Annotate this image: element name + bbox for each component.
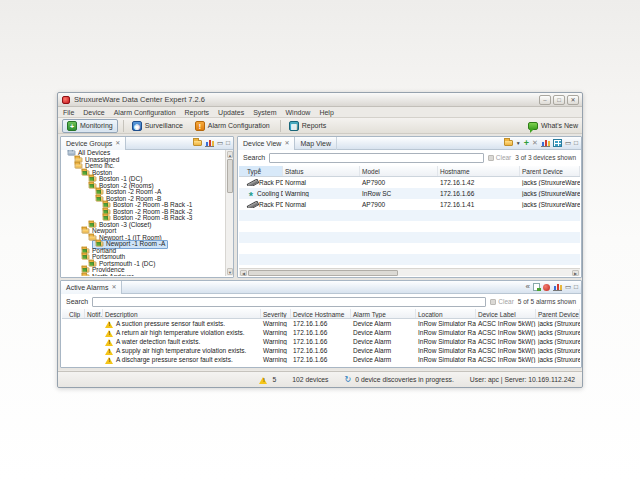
tab-active-alarms[interactable]: Active Alarms ✕ <box>61 281 122 294</box>
collapse-all-icon[interactable]: « <box>525 283 529 291</box>
alarm-row[interactable]: A supply air high temperature violation … <box>62 346 580 355</box>
caret-down-icon[interactable]: ▼ <box>516 140 521 146</box>
perspective-surveillance[interactable]: ◉Surveillance <box>127 119 188 133</box>
column-header-device-label[interactable]: Device Label <box>476 309 536 318</box>
device-search-input[interactable] <box>269 153 484 163</box>
tab-device-groups[interactable]: Device Groups ✕ <box>61 137 126 150</box>
delete-device-icon[interactable]: ✕ <box>532 139 538 147</box>
column-header-severity[interactable]: Severity <box>261 309 291 318</box>
add-device-icon[interactable]: + <box>524 139 529 147</box>
column-header-notif[interactable]: Notif... <box>85 309 103 318</box>
cell-device-label: ACSC InRow 5kW()172.16... <box>476 347 536 354</box>
minimize-icon[interactable]: ▭ <box>217 139 223 147</box>
minimize-icon[interactable]: – <box>539 95 551 105</box>
export-icon[interactable] <box>533 283 540 291</box>
chart-icon[interactable] <box>541 139 550 147</box>
device-row[interactable]: Cooling DeviceWarningInRow SC172.16.1.66… <box>239 188 580 199</box>
column-header-parent-device[interactable]: Parent Device <box>520 166 580 176</box>
menu-file[interactable]: File <box>63 109 74 116</box>
alarm-search-input[interactable] <box>92 297 486 307</box>
device-table: TypeStatusModelHostnameParent DeviceRack… <box>239 166 580 268</box>
maximize-icon[interactable]: □ <box>574 283 578 291</box>
device-row[interactable]: Rack PDUNormalAP7900172.16.1.42jacks (St… <box>239 177 580 188</box>
scroll-up-icon[interactable]: ▲ <box>227 151 233 158</box>
alarm-icon[interactable] <box>543 284 550 291</box>
menu-updates[interactable]: Updates <box>218 109 244 116</box>
perspective-reports[interactable]: ▤Reports <box>284 119 332 133</box>
minimize-icon[interactable]: ▭ <box>565 139 571 147</box>
column-header-model[interactable]: Model <box>360 166 438 176</box>
close-icon[interactable]: ✕ <box>567 95 579 105</box>
device-clear-button[interactable]: Clear <box>488 154 512 161</box>
cell-model: InRow SC <box>360 190 438 197</box>
cell-location: InRow Simulator Rack <box>416 320 476 327</box>
menu-system[interactable]: System <box>253 109 276 116</box>
alarm-row[interactable]: A suction pressure sensor fault exists.W… <box>62 319 580 328</box>
toolbar-separator <box>280 120 281 132</box>
column-header-location[interactable]: Location <box>416 309 476 318</box>
alarm-row[interactable]: A return air high temperature violation … <box>62 328 580 337</box>
alarm-clear-button[interactable]: Clear <box>490 298 514 305</box>
cell-parent-device: jacks (StruxureWare Data <box>536 329 580 336</box>
scroll-left-icon[interactable]: ◀ <box>240 270 247 276</box>
scroll-thumb[interactable] <box>248 270 398 276</box>
column-header-device-hostname[interactable]: Device Hostname <box>291 309 351 318</box>
device-counter: 3 of 3 devices shown <box>515 154 576 161</box>
maximize-icon[interactable]: □ <box>226 139 230 147</box>
search-label: Search <box>66 298 88 305</box>
alarm-row[interactable]: A discharge pressure sensor fault exists… <box>62 355 580 364</box>
cell-status: Normal <box>283 179 360 186</box>
warning-icon <box>105 347 114 355</box>
chart-icon[interactable] <box>553 283 562 291</box>
device-table-hscrollbar[interactable]: ◀ ▶ <box>239 268 580 276</box>
folder-icon[interactable] <box>193 140 202 146</box>
device-row[interactable]: Rack PDUNormalAP7900172.16.1.41jacks (St… <box>239 199 580 210</box>
cell-text: A supply air high temperature violation … <box>116 347 246 354</box>
clear-icon <box>490 299 496 305</box>
scroll-right-icon[interactable]: ▶ <box>572 270 579 276</box>
cell-alarm-type: Device Alarm <box>351 347 416 354</box>
tab-device-view[interactable]: Device View ✕ <box>238 137 295 150</box>
close-icon[interactable]: ✕ <box>284 140 289 146</box>
tab-map-view[interactable]: Map View <box>295 137 337 150</box>
menu-help[interactable]: Help <box>319 109 333 116</box>
menu-window[interactable]: Window <box>286 109 311 116</box>
scroll-down-icon[interactable]: ▼ <box>227 268 233 275</box>
device-view-panel: Device View ✕ Map View ▼ + ✕ ▭ □ <box>237 136 582 278</box>
maximize-icon[interactable]: □ <box>553 95 565 105</box>
scroll-thumb[interactable] <box>227 159 233 193</box>
user-server-info: User: apc | Server: 10.169.112.242 <box>470 376 575 383</box>
maximize-icon[interactable]: □ <box>574 139 578 147</box>
menu-reports[interactable]: Reports <box>185 109 210 116</box>
column-header-status[interactable]: Status <box>283 166 360 176</box>
column-header-type[interactable]: Type <box>239 166 283 176</box>
perspective-alarm-configuration[interactable]: !Alarm Configuration <box>190 119 275 133</box>
column-header-alarm-type[interactable]: Alarm Type <box>351 309 416 318</box>
title-bar[interactable]: StruxureWare Data Center Expert 7.2.6 – … <box>58 93 582 107</box>
menu-device[interactable]: Device <box>83 109 104 116</box>
empty-row <box>239 210 580 221</box>
close-icon[interactable]: ✕ <box>115 140 120 146</box>
discovery-status: 0 device discoveries in progress. <box>355 376 454 383</box>
column-header-parent-device[interactable]: Parent Device <box>536 309 580 318</box>
whats-new-icon <box>528 122 538 130</box>
whats-new-button[interactable]: What's New <box>528 122 578 130</box>
cell-status: Warning <box>283 190 360 197</box>
column-header-clip[interactable]: Clip <box>62 309 85 318</box>
alarm-row[interactable]: A water detection fault exists.Warning17… <box>62 337 580 346</box>
tree-item-north-andover[interactable]: North Andover <box>78 273 137 277</box>
close-icon[interactable]: ✕ <box>111 284 116 290</box>
table-icon[interactable] <box>553 139 562 147</box>
column-header-hostname[interactable]: Hostname <box>438 166 520 176</box>
desktop: StruxureWare Data Center Expert 7.2.6 – … <box>0 0 640 480</box>
cell-location: InRow Simulator Rack <box>416 338 476 345</box>
chart-icon[interactable] <box>205 139 214 147</box>
rack-pdu-icon <box>247 201 257 208</box>
perspective-monitoring[interactable]: +Monitoring <box>62 119 118 133</box>
minimize-icon[interactable]: ▭ <box>565 283 571 291</box>
tree-scrollbar[interactable]: ▲ ▼ <box>225 150 233 276</box>
export-folder-icon[interactable] <box>504 140 513 146</box>
cell-parent-device: jacks (StruxureWare Data <box>536 338 580 345</box>
menu-alarm-configuration[interactable]: Alarm Configuration <box>114 109 176 116</box>
column-header-description[interactable]: Description <box>103 309 261 318</box>
